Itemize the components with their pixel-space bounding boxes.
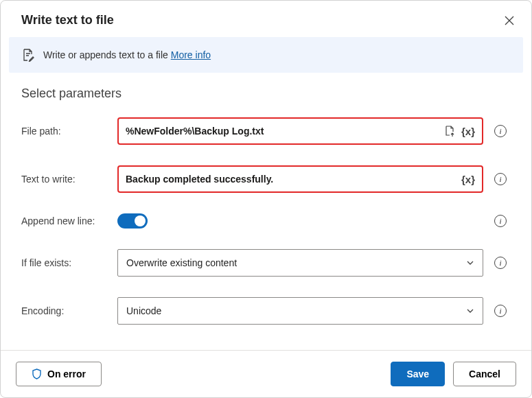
text-to-write-value: Backup completed successfully. xyxy=(126,174,456,185)
dialog-footer: On error Save Cancel xyxy=(1,350,531,397)
select-file-icon[interactable] xyxy=(443,125,456,137)
label-text-to-write: Text to write: xyxy=(21,174,111,185)
on-error-label: On error xyxy=(47,368,86,379)
file-path-value: %NewFolder%\Backup Log.txt xyxy=(126,126,438,137)
row-append-new-line: Append new line: i xyxy=(21,213,511,229)
more-info-link[interactable]: More info xyxy=(171,49,211,60)
save-button[interactable]: Save xyxy=(391,362,445,386)
variable-picker-icon[interactable]: {x} xyxy=(461,126,475,137)
encoding-value: Unicode xyxy=(126,305,161,316)
dialog-header: Write text to file xyxy=(1,1,531,37)
if-file-exists-select[interactable]: Overwrite existing content xyxy=(117,249,483,277)
footer-button-group: Save Cancel xyxy=(391,362,516,386)
dialog-title: Write text to file xyxy=(21,13,114,27)
section-title: Select parameters xyxy=(21,86,511,101)
chevron-down-icon xyxy=(466,259,474,267)
label-if-file-exists: If file exists: xyxy=(21,257,111,268)
banner-text: Write or appends text to a file More inf… xyxy=(43,49,211,60)
close-icon xyxy=(505,16,514,25)
label-append-new-line: Append new line: xyxy=(21,215,111,226)
if-file-exists-value: Overwrite existing content xyxy=(126,257,237,268)
on-error-button[interactable]: On error xyxy=(16,362,102,386)
text-to-write-input[interactable]: Backup completed successfully. {x} xyxy=(117,165,483,193)
label-encoding: Encoding: xyxy=(21,305,111,316)
label-file-path: File path: xyxy=(21,126,111,137)
info-banner: Write or appends text to a file More inf… xyxy=(9,37,523,73)
row-encoding: Encoding: Unicode i xyxy=(21,297,511,325)
info-icon[interactable]: i xyxy=(494,173,507,185)
info-icon[interactable]: i xyxy=(494,257,507,269)
append-new-line-toggle[interactable] xyxy=(117,213,148,229)
info-icon[interactable]: i xyxy=(494,305,507,317)
cancel-button[interactable]: Cancel xyxy=(453,362,516,386)
banner-description: Write or appends text to a file xyxy=(43,49,171,60)
variable-picker-icon[interactable]: {x} xyxy=(461,174,475,185)
encoding-select[interactable]: Unicode xyxy=(117,297,483,325)
shield-icon xyxy=(32,368,42,379)
file-path-input[interactable]: %NewFolder%\Backup Log.txt {x} xyxy=(117,117,483,145)
close-button[interactable] xyxy=(504,15,515,26)
row-if-file-exists: If file exists: Overwrite existing conte… xyxy=(21,249,511,277)
info-icon[interactable]: i xyxy=(494,125,507,137)
document-edit-icon xyxy=(21,48,35,62)
dialog-content: Select parameters File path: %NewFolder%… xyxy=(1,80,531,350)
row-file-path: File path: %NewFolder%\Backup Log.txt {x… xyxy=(21,117,511,145)
info-icon[interactable]: i xyxy=(494,215,507,227)
chevron-down-icon xyxy=(466,307,474,315)
row-text-to-write: Text to write: Backup completed successf… xyxy=(21,165,511,193)
